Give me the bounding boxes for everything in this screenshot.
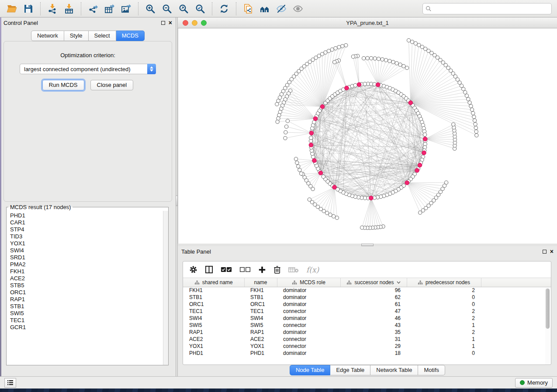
unselect-all-columns-icon[interactable] bbox=[239, 266, 251, 273]
save-session-icon[interactable] bbox=[23, 3, 34, 14]
search-input[interactable] bbox=[422, 3, 552, 14]
network-leaf-node[interactable] bbox=[333, 60, 336, 64]
network-node[interactable] bbox=[322, 175, 325, 179]
network-leaf-node[interactable] bbox=[410, 40, 414, 44]
window-close-icon[interactable] bbox=[183, 20, 188, 26]
table-cell[interactable]: 0 bbox=[407, 350, 481, 357]
network-leaf-node[interactable] bbox=[470, 108, 474, 111]
tab-network[interactable]: Network bbox=[31, 31, 64, 41]
table-row[interactable]: SWI4SWI4dominator462 bbox=[183, 315, 551, 322]
show-all-icon[interactable] bbox=[292, 3, 304, 14]
network-dominator-node[interactable] bbox=[405, 181, 409, 185]
table-settings-gear-icon[interactable] bbox=[189, 265, 197, 274]
table-row[interactable]: STB1STB1dominator620 bbox=[183, 294, 551, 301]
mcds-result-item[interactable]: RAP1 bbox=[10, 296, 168, 303]
mcds-result-item[interactable]: ACE2 bbox=[10, 275, 168, 282]
network-leaf-node[interactable] bbox=[297, 165, 300, 168]
network-leaf-node[interactable] bbox=[308, 198, 311, 201]
table-cell[interactable]: FKH1 bbox=[183, 287, 244, 294]
network-canvas[interactable] bbox=[178, 28, 557, 244]
table-cell[interactable]: 47 bbox=[340, 308, 407, 315]
network-leaf-node[interactable] bbox=[275, 103, 279, 106]
tab-edge-table[interactable]: Edge Table bbox=[330, 365, 370, 375]
network-leaf-node[interactable] bbox=[327, 49, 330, 53]
network-leaf-node[interactable] bbox=[294, 157, 298, 161]
table-cell[interactable]: STB1 bbox=[183, 294, 244, 301]
table-cell[interactable]: 61 bbox=[340, 301, 407, 308]
network-leaf-node[interactable] bbox=[456, 78, 459, 81]
network-leaf-node[interactable] bbox=[285, 125, 288, 128]
mcds-result-item[interactable]: SRD1 bbox=[10, 254, 168, 261]
table-cell[interactable]: SWI5 bbox=[244, 322, 277, 329]
run-mcds-button[interactable]: Run MCDS bbox=[42, 80, 84, 90]
float-panel-icon[interactable] bbox=[161, 21, 165, 25]
close-panel-icon[interactable]: × bbox=[169, 20, 172, 26]
network-dominator-node[interactable] bbox=[408, 101, 413, 105]
network-leaf-node[interactable] bbox=[405, 66, 409, 69]
network-leaf-node[interactable] bbox=[402, 64, 405, 68]
network-dominator-node[interactable] bbox=[312, 158, 317, 163]
network-leaf-node[interactable] bbox=[325, 211, 329, 215]
table-cell[interactable]: connector bbox=[277, 308, 340, 315]
network-leaf-node[interactable] bbox=[474, 130, 478, 133]
mcds-result-item[interactable]: FKH1 bbox=[10, 268, 168, 275]
network-leaf-node[interactable] bbox=[277, 117, 280, 120]
table-cell[interactable]: 1 bbox=[407, 322, 481, 329]
table-cell[interactable]: dominator bbox=[277, 329, 340, 336]
window-minimize-icon[interactable] bbox=[192, 20, 197, 26]
network-leaf-node[interactable] bbox=[417, 43, 421, 47]
table-cell[interactable]: 0 bbox=[407, 301, 481, 308]
zoom-selected-icon[interactable] bbox=[194, 3, 206, 14]
mcds-list-scrollbar[interactable] bbox=[163, 211, 168, 365]
network-leaf-node[interactable] bbox=[334, 47, 337, 50]
column-header[interactable]: name bbox=[244, 278, 277, 287]
column-header[interactable]: shared name bbox=[183, 278, 244, 287]
mcds-result-item[interactable]: SWI5 bbox=[10, 310, 168, 317]
network-leaf-node[interactable] bbox=[443, 184, 446, 187]
network-leaf-node[interactable] bbox=[370, 56, 373, 60]
table-cell[interactable]: 46 bbox=[340, 315, 407, 322]
table-cell[interactable]: PHD1 bbox=[244, 350, 277, 357]
network-leaf-node[interactable] bbox=[319, 207, 322, 211]
table-cell[interactable]: TEC1 bbox=[244, 308, 277, 315]
network-leaf-node[interactable] bbox=[460, 84, 463, 87]
network-dominator-node[interactable] bbox=[376, 83, 380, 87]
network-dominator-node[interactable] bbox=[332, 185, 337, 189]
network-dominator-node[interactable] bbox=[309, 143, 313, 147]
refresh-layout-icon[interactable] bbox=[218, 3, 230, 14]
table-cell[interactable]: dominator bbox=[277, 294, 340, 301]
table-cell[interactable]: 2 bbox=[407, 329, 481, 336]
table-row[interactable]: ACE2ACE2connector311 bbox=[183, 336, 551, 343]
table-cell[interactable]: YOX1 bbox=[183, 343, 244, 350]
mcds-result-item[interactable]: CAR1 bbox=[10, 219, 168, 226]
network-leaf-node[interactable] bbox=[475, 134, 478, 137]
network-leaf-node[interactable] bbox=[280, 93, 283, 96]
network-leaf-node[interactable] bbox=[472, 115, 476, 119]
network-dominator-node[interactable] bbox=[423, 137, 427, 141]
table-cell[interactable]: 2 bbox=[407, 287, 481, 294]
create-column-plus-icon[interactable] bbox=[258, 266, 266, 274]
delete-column-trash-icon[interactable] bbox=[273, 265, 281, 274]
table-cell[interactable]: RAP1 bbox=[244, 329, 277, 336]
table-cell[interactable]: TEC1 bbox=[183, 308, 244, 315]
mcds-result-item[interactable]: TEC1 bbox=[10, 317, 168, 324]
mcds-result-list[interactable]: PHD1CAR1STP4TID3YOX1SWI4SRD1PMA2FKH1ACE2… bbox=[7, 211, 168, 358]
mcds-result-item[interactable]: STB5 bbox=[10, 282, 168, 289]
close-panel-icon[interactable]: × bbox=[550, 248, 554, 254]
network-leaf-node[interactable] bbox=[329, 213, 332, 217]
network-leaf-node[interactable] bbox=[330, 48, 334, 51]
network-leaf-node[interactable] bbox=[388, 59, 391, 63]
duplicate-network-icon[interactable] bbox=[242, 3, 254, 14]
network-leaf-node[interactable] bbox=[467, 97, 470, 101]
table-cell[interactable]: connector bbox=[277, 343, 340, 350]
tab-style[interactable]: Style bbox=[64, 31, 89, 41]
network-leaf-node[interactable] bbox=[444, 181, 448, 184]
tab-motifs[interactable]: Motifs bbox=[418, 365, 445, 375]
table-cell[interactable]: 0 bbox=[407, 294, 481, 301]
network-leaf-node[interactable] bbox=[299, 172, 303, 175]
network-leaf-node[interactable] bbox=[471, 111, 475, 115]
network-leaf-node[interactable] bbox=[320, 52, 324, 56]
table-cell[interactable]: connector bbox=[277, 336, 340, 343]
network-leaf-node[interactable] bbox=[420, 45, 424, 48]
table-cell[interactable]: ACE2 bbox=[183, 336, 244, 343]
